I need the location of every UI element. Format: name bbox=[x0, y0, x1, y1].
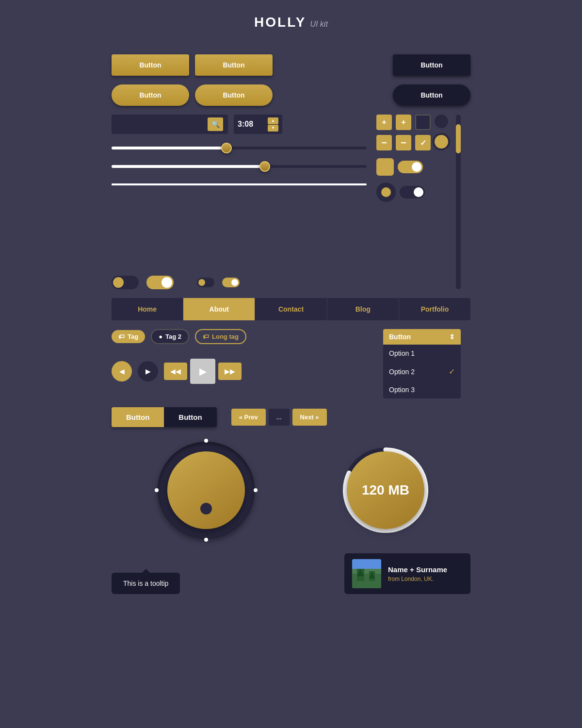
pill-toggle-on[interactable] bbox=[398, 161, 423, 173]
forward-btn[interactable]: ▶▶ bbox=[218, 363, 242, 380]
knob-dot-right bbox=[254, 488, 258, 492]
dropdown-option-1[interactable]: Option 1 bbox=[383, 345, 461, 362]
dark-rect-btn-1[interactable]: Button bbox=[393, 54, 470, 76]
controls-row-2: − − ✓ bbox=[376, 135, 448, 150]
media-player: ◀ ▶ ◀◀ ▶ ▶▶ bbox=[112, 359, 373, 384]
toggle-square-row bbox=[376, 158, 448, 176]
progress-ring-container: 120 MB bbox=[342, 447, 429, 534]
knob-outer[interactable] bbox=[158, 442, 255, 539]
time-display: 3:08 ▲ ▼ bbox=[234, 115, 282, 134]
checkbox-unchecked[interactable] bbox=[415, 115, 431, 130]
tag-3[interactable]: 🏷 Long tag bbox=[195, 329, 246, 344]
toggle-switch-2[interactable] bbox=[146, 276, 174, 289]
user-name: Name + Surname bbox=[388, 565, 447, 574]
toggle-switch-small-1[interactable] bbox=[197, 278, 214, 287]
tab-group: Button Button bbox=[112, 407, 217, 427]
slider-2-fill bbox=[112, 165, 265, 168]
knob-dot-bottom bbox=[204, 538, 208, 542]
nav-bar: Home About Contact Blog Portfolio bbox=[112, 298, 470, 320]
time-down-btn[interactable]: ▼ bbox=[268, 125, 278, 132]
nav-item-blog[interactable]: Blog bbox=[327, 298, 399, 320]
search-input[interactable] bbox=[116, 121, 208, 128]
tab-btn-1[interactable]: Button bbox=[112, 407, 164, 427]
page-title-sub: UI kit bbox=[310, 20, 327, 29]
gold-rect-btn-2[interactable]: Button bbox=[195, 54, 273, 76]
tag-1[interactable]: 🏷 Tag bbox=[112, 330, 145, 343]
minus-btn-2[interactable]: − bbox=[396, 135, 411, 150]
svg-rect-3 bbox=[352, 574, 381, 588]
nav-bar-row: Home About Contact Blog Portfolio bbox=[112, 298, 470, 320]
tag-icon-2: ● bbox=[159, 333, 162, 340]
search-button[interactable]: 🔍 bbox=[208, 117, 223, 131]
radio-checked[interactable] bbox=[435, 135, 448, 149]
tag-2[interactable]: ● Tag 2 bbox=[151, 329, 189, 344]
slider-1-track bbox=[112, 147, 367, 149]
gold-rect-btn-1[interactable]: Button bbox=[112, 54, 189, 76]
circle-toggle-row bbox=[376, 182, 448, 202]
tab-pagination-row: Button Button « Prev ... Next » bbox=[112, 407, 470, 427]
dropdown-option-2[interactable]: Option 2 ✓ bbox=[383, 362, 461, 381]
pill-toggle-off[interactable] bbox=[400, 186, 425, 199]
tag-label-2: Tag 2 bbox=[165, 333, 181, 340]
gold-pill-btn-2[interactable]: Button bbox=[195, 84, 273, 106]
knob-indicator bbox=[200, 503, 212, 514]
tab-btn-2[interactable]: Button bbox=[164, 407, 216, 427]
plus-btn-1[interactable]: + bbox=[376, 115, 392, 130]
toggle-small-knob-2 bbox=[231, 279, 238, 286]
svg-rect-6 bbox=[352, 559, 381, 569]
knob-inner[interactable] bbox=[167, 451, 245, 529]
dots-btn[interactable]: ... bbox=[269, 409, 290, 426]
dark-pill-btn-1[interactable]: Button bbox=[393, 84, 470, 106]
circle-toggle-1[interactable] bbox=[376, 182, 396, 202]
option-3-label: Option 3 bbox=[389, 386, 415, 394]
dropdown-option-3[interactable]: Option 3 bbox=[383, 381, 461, 398]
dropdown-body: Option 1 Option 2 ✓ Option 3 bbox=[383, 345, 461, 398]
tag-label-1: Tag bbox=[128, 333, 138, 340]
plus-btn-2[interactable]: + bbox=[396, 115, 411, 130]
next-small-btn[interactable]: ▶ bbox=[138, 361, 158, 381]
option-2-check: ✓ bbox=[449, 367, 455, 376]
tag-icon-3: 🏷 bbox=[203, 333, 209, 340]
toggle-switch-small-2[interactable] bbox=[222, 278, 240, 287]
right-area: + + − − ✓ bbox=[376, 115, 461, 289]
nav-item-about[interactable]: About bbox=[183, 298, 255, 320]
next-page-btn[interactable]: Next » bbox=[292, 409, 327, 426]
kit-container: Button Button Button Button Button Butto… bbox=[102, 45, 480, 612]
square-toggle-on[interactable] bbox=[376, 158, 394, 176]
user-card: Name + Surname from London, UK. bbox=[344, 553, 470, 594]
user-avatar bbox=[352, 559, 381, 588]
toggle-knob-1 bbox=[113, 277, 124, 288]
scrollbar-thumb[interactable] bbox=[456, 124, 461, 153]
button-row-2: Button Button Button bbox=[112, 84, 470, 106]
tooltip-user-row: This is a tooltip Name + Surname from Lo… bbox=[112, 553, 470, 594]
progress-ring-inner: 120 MB bbox=[347, 451, 424, 529]
knob-dot-left bbox=[155, 488, 159, 492]
controls-row-1: + + bbox=[376, 115, 448, 130]
nav-item-contact[interactable]: Contact bbox=[255, 298, 327, 320]
vertical-scrollbar[interactable] bbox=[456, 115, 461, 289]
slider-2-thumb[interactable] bbox=[259, 161, 270, 172]
time-up-btn[interactable]: ▲ bbox=[268, 117, 278, 124]
radio-unchecked[interactable] bbox=[435, 115, 448, 128]
toggle-switch-1[interactable] bbox=[112, 276, 139, 289]
rewind-btn[interactable]: ◀◀ bbox=[164, 363, 187, 380]
gold-pill-btn-1[interactable]: Button bbox=[112, 84, 189, 106]
tag-label-3: Long tag bbox=[212, 333, 239, 340]
checkbox-checked[interactable]: ✓ bbox=[415, 135, 431, 150]
slider-1-thumb[interactable] bbox=[221, 143, 232, 153]
knob-dot-top bbox=[204, 439, 208, 443]
minus-btn-1[interactable]: − bbox=[376, 135, 392, 150]
dropdown-header[interactable]: Button ⇕ bbox=[383, 329, 461, 345]
nav-item-home[interactable]: Home bbox=[112, 298, 183, 320]
search-box: 🔍 bbox=[112, 115, 228, 134]
left-controls-area: 🔍 3:08 ▲ ▼ bbox=[112, 115, 367, 289]
dropdown-header-label: Button bbox=[389, 333, 411, 341]
tooltip: This is a tooltip bbox=[112, 573, 180, 594]
prev-btn[interactable]: ◀ bbox=[112, 361, 132, 381]
tag-icon-1: 🏷 bbox=[118, 333, 125, 340]
tags-media-area: 🏷 Tag ● Tag 2 🏷 Long tag ◀ ▶ ◀◀ ▶ bbox=[112, 329, 373, 398]
play-btn[interactable]: ▶ bbox=[190, 359, 215, 384]
nav-item-portfolio[interactable]: Portfolio bbox=[399, 298, 470, 320]
toggle-row bbox=[112, 276, 367, 289]
prev-page-btn[interactable]: « Prev bbox=[231, 409, 266, 426]
